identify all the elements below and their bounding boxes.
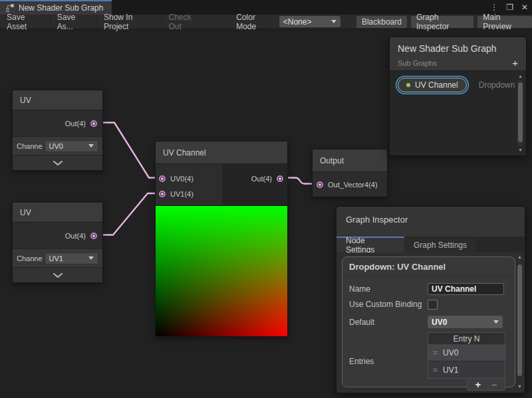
window-menu-icon[interactable]: ⋮ [490, 3, 498, 12]
node-title-label: UV [20, 208, 31, 217]
node-uv-top[interactable]: UV Out(4) Channe UV0 [12, 90, 103, 171]
entries-label: Entries [349, 357, 428, 366]
input-port-uv1[interactable] [159, 191, 166, 197]
window-maximize-icon[interactable]: ❐ [506, 3, 513, 12]
use-custom-binding-label: Use Custom Binding [349, 300, 428, 310]
node-title[interactable]: UV [13, 203, 102, 223]
name-input[interactable] [428, 283, 504, 295]
channel-dropdown[interactable]: UV0 [45, 140, 98, 152]
entry-row-uv1[interactable]: = UV1 [428, 361, 505, 378]
drag-handle-icon[interactable]: = [433, 365, 438, 375]
chevron-down-icon [88, 144, 94, 148]
input-port-uv0[interactable] [159, 175, 166, 182]
save-as-button[interactable]: Save As... [51, 15, 97, 29]
graph-inspector-title: Graph Inspector [346, 215, 515, 225]
default-value: UV0 [432, 318, 447, 327]
graph-inspector-toggle-label: Graph Inspector [416, 13, 468, 31]
entry-row-uv0[interactable]: = UV0 [428, 345, 505, 361]
channel-label: Channe [17, 254, 43, 262]
input-port-row: UV1(4) [156, 186, 222, 201]
channel-value: UV0 [49, 142, 63, 150]
show-in-project-label: Show In Project [104, 13, 155, 31]
scroll-down-icon[interactable]: ▼ [517, 383, 522, 390]
add-property-button[interactable]: + [512, 58, 518, 68]
show-in-project-button[interactable]: Show In Project [97, 15, 162, 29]
output-port[interactable] [90, 233, 97, 239]
blackboard-scrollbar[interactable]: ▲ ▼ [517, 73, 524, 153]
scroll-down-icon[interactable]: ▼ [518, 147, 523, 153]
output-port-column: Out(4) [222, 164, 287, 205]
graph-inspector-panel[interactable]: Graph Inspector Node Settings Graph Sett… [336, 206, 525, 393]
collapse-button[interactable] [13, 267, 102, 282]
scroll-up-icon[interactable]: ▲ [517, 254, 522, 260]
node-uv-channel[interactable]: UV Channel UV0(4) UV1(4) Out(4) [155, 141, 288, 337]
window-close-icon[interactable]: ✕ [521, 3, 528, 12]
scrollbar-thumb[interactable] [518, 82, 523, 142]
tab-graph-settings[interactable]: Graph Settings [404, 238, 476, 252]
node-title[interactable]: Output [313, 149, 387, 172]
graph-toolbar: Save Asset Save As... Show In Project Ch… [0, 15, 532, 29]
blackboard-subtitle: Sub Graphs [398, 59, 437, 67]
tab-label: Graph Settings [414, 241, 467, 250]
chevron-down-icon [88, 256, 94, 260]
port-label: UV0(4) [170, 175, 194, 183]
color-mode-value: <None> [283, 17, 312, 27]
inspector-body: Dropdown: UV Channel Name Use Custom Bin… [336, 252, 525, 393]
output-port-row: Out(4) [13, 110, 102, 136]
color-mode-dropdown[interactable]: <None> [279, 16, 340, 27]
chevron-down-icon [53, 161, 63, 165]
collapse-button[interactable] [13, 155, 102, 170]
port-label: Out(4) [65, 232, 86, 240]
node-title[interactable]: UV [13, 90, 102, 110]
channel-value: UV1 [49, 254, 63, 262]
save-as-label: Save As... [57, 13, 90, 31]
blackboard-toggle-button[interactable]: Blackboard [356, 16, 407, 28]
node-title[interactable]: UV Channel [156, 142, 287, 164]
node-uv-bottom[interactable]: UV Out(4) Channe UV1 [12, 202, 103, 283]
entry-value: UV0 [443, 348, 458, 357]
entries-header: Entry N [428, 333, 505, 345]
inspector-scrollbar[interactable]: ▲ ▼ [516, 254, 523, 390]
scrollbar-track[interactable] [517, 260, 523, 383]
use-custom-binding-checkbox[interactable] [428, 300, 438, 310]
output-port-row: Out(4) [13, 223, 102, 249]
tab-node-settings[interactable]: Node Settings [336, 238, 404, 252]
blackboard-item-uv-channel[interactable]: UV Channel [398, 78, 467, 92]
input-port-row: Out_Vector4(4) [313, 172, 387, 197]
node-title-label: Output [320, 156, 344, 165]
port-label: Out(4) [251, 175, 272, 183]
port-label: Out(4) [65, 120, 86, 128]
graph-inspector-header[interactable]: Graph Inspector [336, 207, 525, 237]
main-preview-toggle-button[interactable]: Main Preview [477, 16, 532, 28]
input-port-column: UV0(4) UV1(4) [156, 164, 222, 205]
tab-label: Node Settings [346, 236, 395, 254]
check-out-label: Check Out [169, 13, 203, 31]
output-port[interactable] [277, 175, 283, 182]
scroll-up-icon[interactable]: ▲ [518, 73, 523, 80]
scrollbar-thumb[interactable] [517, 264, 522, 376]
scrollbar-track[interactable] [517, 80, 523, 147]
entry-value: UV1 [443, 365, 458, 375]
channel-dropdown[interactable]: UV1 [45, 252, 98, 264]
entries-list: Entry N = UV0 = UV1 [428, 332, 505, 379]
blackboard-header[interactable]: New Shader Sub Graph Sub Graphs + [390, 37, 526, 70]
node-output[interactable]: Output Out_Vector4(4) [312, 149, 388, 197]
add-entry-button[interactable]: + [475, 379, 481, 390]
channel-label: Channe [17, 142, 43, 150]
graph-inspector-toggle-button[interactable]: Graph Inspector [411, 16, 473, 28]
blackboard-toggle-label: Blackboard [362, 17, 402, 27]
output-port[interactable] [90, 120, 97, 127]
chevron-down-icon [53, 273, 63, 278]
check-out-button: Check Out [162, 15, 210, 29]
blackboard-panel[interactable]: New Shader Sub Graph Sub Graphs + UV Cha… [389, 37, 527, 156]
channel-row: Channe UV0 [13, 136, 102, 155]
shader-graph-window: UV Out(4) Channe UV0 UV Out(4) C [0, 0, 532, 398]
output-port-row: Out(4) [222, 171, 287, 186]
remove-entry-button[interactable]: − [491, 379, 497, 390]
input-port[interactable] [317, 181, 323, 188]
save-asset-button[interactable]: Save Asset [0, 15, 51, 29]
drag-handle-icon[interactable]: = [433, 348, 438, 357]
default-dropdown[interactable]: UV0 [428, 316, 503, 328]
name-label: Name [349, 284, 428, 294]
port-label: UV1(4) [170, 190, 194, 198]
